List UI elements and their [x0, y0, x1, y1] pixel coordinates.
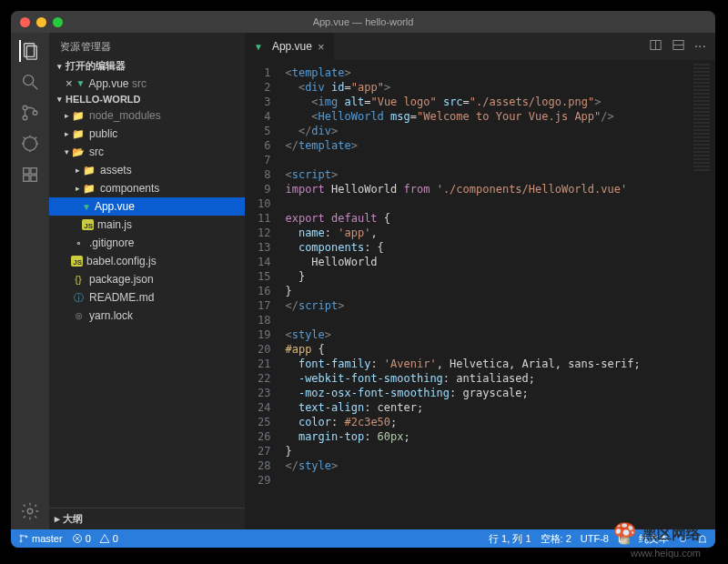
svg-point-17 — [20, 535, 22, 537]
window-controls — [20, 17, 63, 27]
sidebar-title: 资源管理器 — [49, 33, 245, 57]
outline-header[interactable]: ▸ 大纲 — [49, 508, 245, 529]
window-title: App.vue — hello-world — [313, 16, 414, 27]
sidebar-explorer: 资源管理器 ▾打开的编辑器 × ▼ App.vue src ▾HELLO-WOR… — [49, 33, 245, 529]
activity-bar — [11, 33, 49, 529]
tree-item[interactable]: ▸📁node_modules — [49, 106, 245, 125]
editor-tabs: ▼ App.vue × ··· — [245, 33, 715, 60]
code-content[interactable]: <template> <div id="app"> <img alt="Vue … — [279, 60, 640, 529]
tree-item[interactable]: ▸📁components — [49, 179, 245, 197]
tree-item[interactable]: ⊗yarn.lock — [49, 307, 245, 325]
extensions-icon[interactable] — [19, 164, 41, 186]
watermark: 🍄黑区网络 www.heiqu.com — [612, 522, 701, 546]
svg-point-4 — [23, 106, 27, 110]
tree-item[interactable]: ▸📁public — [49, 125, 245, 143]
svg-line-3 — [33, 85, 38, 90]
svg-point-7 — [24, 137, 37, 151]
vue-icon: ▼ — [76, 78, 86, 88]
source-control-icon[interactable] — [19, 102, 41, 124]
more-actions-icon[interactable]: ··· — [694, 38, 706, 55]
close-tab-icon[interactable]: × — [318, 40, 325, 54]
svg-rect-10 — [24, 176, 29, 181]
svg-rect-8 — [24, 168, 29, 174]
editor-group: ▼ App.vue × ··· 123456789101112131415161… — [245, 33, 715, 529]
workbench: 资源管理器 ▾打开的编辑器 × ▼ App.vue src ▾HELLO-WOR… — [11, 33, 715, 529]
tab-app-vue[interactable]: ▼ App.vue × — [245, 33, 335, 60]
tree-item[interactable]: JSmain.js — [49, 216, 245, 234]
explorer-icon[interactable] — [19, 40, 41, 62]
svg-point-2 — [24, 76, 34, 86]
close-icon[interactable]: × — [66, 76, 73, 90]
tree-item[interactable]: {}package.json — [49, 270, 245, 288]
tree-item[interactable]: ▸📁assets — [49, 161, 245, 179]
svg-point-12 — [27, 509, 33, 514]
vscode-window: App.vue — hello-world 资源管理器 ▾打开的编辑器 × ▼ … — [11, 11, 715, 548]
encoding[interactable]: UTF-8 — [581, 533, 609, 544]
titlebar[interactable]: App.vue — hello-world — [11, 11, 715, 33]
status-bar: master 0 0 行 1, 列 1 空格: 2 UTF-8 LF 纯文本 ☺ — [11, 529, 715, 548]
minimap[interactable] — [693, 64, 713, 173]
svg-point-18 — [20, 540, 22, 542]
svg-rect-11 — [31, 176, 36, 181]
text-editor[interactable]: 1234567891011121314151617181920212223242… — [245, 60, 715, 529]
debug-icon[interactable] — [19, 133, 41, 155]
search-icon[interactable] — [19, 71, 41, 93]
split-editor-vertical-icon[interactable] — [672, 38, 685, 55]
cursor-position[interactable]: 行 1, 列 1 — [489, 532, 531, 546]
editor-actions: ··· — [649, 33, 715, 60]
project-header[interactable]: ▾HELLO-WORLD — [49, 92, 245, 106]
vue-icon: ▼ — [254, 42, 263, 52]
indentation[interactable]: 空格: 2 — [541, 532, 571, 546]
settings-gear-icon[interactable] — [19, 500, 41, 522]
file-tree: ▸📁node_modules▸📁public▾📂src▸📁assets▸📁com… — [49, 106, 245, 508]
split-editor-icon[interactable] — [649, 38, 662, 55]
close-window-button[interactable] — [20, 17, 30, 27]
tree-item[interactable]: ▼App.vue — [49, 197, 245, 216]
open-editors-header[interactable]: ▾打开的编辑器 — [49, 57, 245, 75]
tree-item[interactable]: ⓘREADME.md — [49, 288, 245, 307]
git-branch[interactable]: master — [18, 533, 63, 544]
svg-point-5 — [23, 116, 27, 120]
problems[interactable]: 0 0 — [72, 533, 118, 544]
maximize-window-button[interactable] — [53, 17, 63, 27]
tree-item[interactable]: ∘.gitignore — [49, 234, 245, 252]
line-numbers: 1234567891011121314151617181920212223242… — [245, 60, 279, 529]
tree-item[interactable]: ▾📂src — [49, 143, 245, 161]
open-editor-item[interactable]: × ▼ App.vue src — [49, 75, 245, 92]
tree-item[interactable]: JSbabel.config.js — [49, 252, 245, 270]
minimize-window-button[interactable] — [36, 17, 46, 27]
svg-rect-9 — [31, 168, 36, 174]
